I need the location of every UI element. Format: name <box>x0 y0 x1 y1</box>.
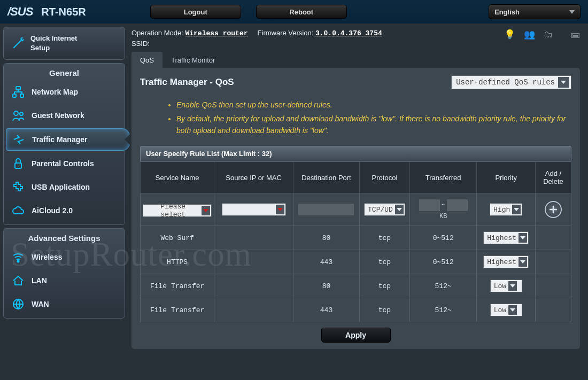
sidebar-item-network-map[interactable]: Network Map <box>6 81 122 103</box>
language-label: English <box>494 8 520 16</box>
nav-icon <box>12 133 26 146</box>
service-select[interactable]: Please select <box>143 204 212 217</box>
rule-table-caption: User Specify Rule List (Max Limit : 32) <box>140 146 571 161</box>
cell-port: 80 <box>293 274 360 298</box>
sidebar-item-wireless[interactable]: Wireless <box>6 246 122 268</box>
sidebar-item-guest-network[interactable]: Guest Network <box>6 105 122 126</box>
users-icon[interactable]: 👥 <box>524 29 535 40</box>
row-priority-select[interactable]: Highest <box>483 231 529 244</box>
tab-traffic-monitor[interactable]: Traffic Monitor <box>163 52 223 68</box>
quick-internet-setup[interactable]: Quick InternetSetup <box>3 27 125 60</box>
wand-icon <box>11 36 25 50</box>
priority-select[interactable]: High <box>490 203 522 216</box>
protocol-select[interactable]: TCP/UD <box>364 203 405 216</box>
main-content: Operation Mode: Wireless router Firmware… <box>125 24 588 380</box>
col-header: Priority <box>477 162 536 193</box>
firmware-version: Firmware Version: 3.0.0.4.376_3754 <box>258 29 382 37</box>
bulb-icon[interactable]: 💡 <box>504 29 515 40</box>
nav-icon <box>11 108 25 122</box>
cell-src <box>214 298 293 322</box>
row-priority-select[interactable]: Highest <box>483 255 529 268</box>
col-header: Protocol <box>359 162 409 193</box>
advanced-header: Advanced Settings <box>4 229 125 244</box>
reboot-button[interactable]: Reboot <box>256 5 347 19</box>
table-row: File Transfer80tcp512~Low <box>141 274 571 298</box>
cell-port: 80 <box>293 226 360 250</box>
logout-button[interactable]: Logout <box>150 5 241 19</box>
nav-label: Parental Controls <box>32 159 94 168</box>
nav-icon <box>11 250 25 264</box>
cell-port: 443 <box>293 250 360 274</box>
nav-label: LAN <box>32 276 47 285</box>
add-rule-button[interactable] <box>545 201 562 218</box>
sidebar-general: General Network MapGuest NetworkTraffic … <box>3 63 125 225</box>
sidebar-item-lan[interactable]: LAN <box>6 270 122 291</box>
cell-port: 443 <box>293 298 360 322</box>
cell-action <box>535 250 571 274</box>
cell-service: Web Surf <box>141 226 214 250</box>
table-row: HTTPS443tcp0~512Highest <box>141 250 571 274</box>
nav-icon <box>11 180 25 194</box>
sidebar-item-usb-application[interactable]: USB Application <box>6 176 122 198</box>
panel-title: Traffic Manager - QoS <box>140 77 234 88</box>
nav-icon <box>11 274 25 288</box>
cell-proto: tcp <box>359 298 409 322</box>
wizard-label: Quick InternetSetup <box>30 34 77 53</box>
col-header: Add / Delete <box>535 162 571 193</box>
dest-port-input[interactable] <box>298 203 354 216</box>
cell-service: File Transfer <box>141 274 214 298</box>
source-select[interactable] <box>222 203 286 216</box>
network-icon[interactable]: 🗂 <box>544 29 553 40</box>
sidebar-item-parental-controls[interactable]: Parental Controls <box>6 153 122 174</box>
model-label: RT-N65R <box>41 6 86 18</box>
svg-point-3 <box>14 111 18 115</box>
cell-action <box>535 298 571 322</box>
cell-transferred: 0~512 <box>410 226 477 250</box>
chevron-down-icon <box>569 10 575 14</box>
rule-mode-select[interactable]: User-defined QoS rules <box>451 75 571 89</box>
status-icons: 💡 👥 🗂 🖴 <box>504 29 580 40</box>
col-header: Transferred <box>410 162 477 193</box>
trans-max-input[interactable] <box>446 199 468 212</box>
cell-service: File Transfer <box>141 298 214 322</box>
op-mode: Operation Mode: Wireless router <box>131 29 250 37</box>
row-priority-select[interactable]: Low <box>490 304 522 316</box>
brand-logo: /SUS <box>7 5 33 19</box>
nav-label: USB Application <box>32 183 90 191</box>
ssid: SSID: <box>131 40 382 48</box>
top-bar: /SUS RT-N65R Logout Reboot English <box>0 0 588 24</box>
input-row: Please selectTCP/UD~KBHigh <box>141 193 571 226</box>
nav-label: Network Map <box>32 88 78 96</box>
cell-src <box>214 226 293 250</box>
nav-icon <box>11 85 25 99</box>
cell-proto: tcp <box>359 274 409 298</box>
qos-hints: Enable QoS then set up the user-defined … <box>155 99 566 136</box>
svg-point-4 <box>20 112 23 115</box>
rule-table: Service NameSource IP or MACDestination … <box>140 161 571 322</box>
sidebar-item-wan[interactable]: WAN <box>6 293 122 315</box>
apply-button[interactable]: Apply <box>321 328 391 343</box>
table-row: File Transfer443tcp512~Low <box>141 298 571 322</box>
tab-qos[interactable]: QoS <box>131 52 163 68</box>
sidebar-item-aicloud-2-0[interactable]: AiCloud 2.0 <box>6 200 122 221</box>
row-priority-select[interactable]: Low <box>490 280 522 292</box>
sidebar-advanced: Advanced Settings WirelessLANWAN <box>3 228 125 319</box>
cell-proto: tcp <box>359 226 409 250</box>
cell-action <box>535 274 571 298</box>
sidebar-item-traffic-manager[interactable]: Traffic Manager <box>6 128 130 151</box>
nav-label: AiCloud 2.0 <box>32 206 73 215</box>
cell-action <box>535 226 571 250</box>
qos-panel: Traffic Manager - QoS User-defined QoS r… <box>131 68 580 349</box>
cell-src <box>214 250 293 274</box>
usb-icon[interactable]: 🖴 <box>571 29 580 40</box>
svg-rect-5 <box>15 163 21 168</box>
kb-label: KB <box>439 213 447 220</box>
cell-proto: tcp <box>359 250 409 274</box>
svg-rect-2 <box>20 94 24 97</box>
nav-icon <box>11 157 25 170</box>
trans-min-input[interactable] <box>419 199 440 212</box>
language-dropdown[interactable]: English <box>489 4 581 19</box>
cell-transferred: 512~ <box>410 274 477 298</box>
svg-rect-1 <box>13 94 16 97</box>
cell-transferred: 512~ <box>410 298 477 322</box>
